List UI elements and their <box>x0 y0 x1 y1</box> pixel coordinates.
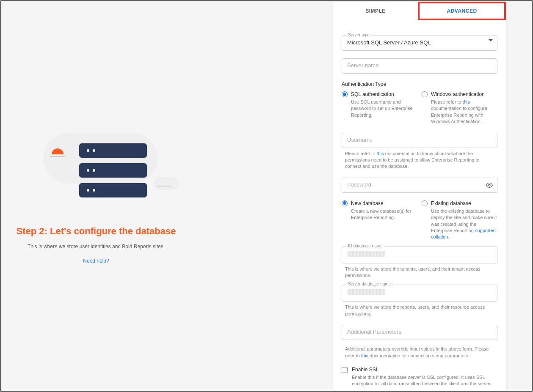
radio-sql-auth[interactable]: SQL authentication <box>342 91 417 97</box>
server-illustration <box>18 129 174 213</box>
form-body: Server type Microsoft SQL Server / Azure… <box>333 20 506 390</box>
server-database-input[interactable]: Server database name <box>342 285 497 302</box>
additional-params-input[interactable] <box>342 325 497 340</box>
radio-windows-auth[interactable]: Windows authentication <box>422 91 497 97</box>
server-name-field[interactable] <box>342 59 497 72</box>
enable-ssl-checkbox[interactable]: Enable SSL Enable this if the database s… <box>342 367 497 387</box>
id-db-label: ID database name <box>346 244 384 248</box>
help-link[interactable]: Need help? <box>83 258 109 264</box>
username-doc-link[interactable]: this <box>377 151 384 156</box>
password-field[interactable] <box>342 178 497 191</box>
server-type-select[interactable]: Server type Microsoft SQL Server / Azure… <box>342 36 497 51</box>
eye-icon[interactable] <box>486 182 493 190</box>
username-field[interactable] <box>342 133 497 146</box>
config-panel: SIMPLE ADVANCED Server type Microsoft SQ… <box>333 2 506 391</box>
sql-auth-title: SQL authentication <box>351 91 394 97</box>
sql-auth-desc: Use SQL username and password to set up … <box>351 99 417 118</box>
server-db-hint: This is where we store the reports, user… <box>342 304 497 317</box>
username-hint: Please refer to this documentation to kn… <box>342 151 497 170</box>
radio-checked-icon <box>342 91 348 97</box>
app-frame: Step 2: Let's configure the database Thi… <box>0 0 533 392</box>
radio-unchecked-icon <box>422 200 428 206</box>
radio-existing-database[interactable]: Existing database <box>422 200 497 206</box>
tab-simple[interactable]: SIMPLE <box>333 2 418 20</box>
ssl-desc: Enable this if the database server is SS… <box>352 374 497 387</box>
new-db-title: New database <box>351 200 384 206</box>
chevron-down-icon <box>489 39 493 41</box>
new-db-desc: Create a new database(s) for Enterprise … <box>351 208 417 221</box>
step-title: Step 2: Let's configure the database <box>17 226 176 237</box>
server-type-value: Microsoft SQL Server / Azure SQL <box>342 36 497 49</box>
tab-advanced[interactable]: ADVANCED <box>420 3 504 19</box>
svg-point-0 <box>489 184 490 186</box>
password-input[interactable] <box>342 178 497 193</box>
radio-unchecked-icon <box>422 91 428 97</box>
additional-doc-link[interactable]: this <box>361 353 368 358</box>
tabs: SIMPLE ADVANCED <box>333 2 506 20</box>
ssl-title: Enable SSL <box>352 367 497 373</box>
existing-db-desc: Use the existing database to deploy the … <box>431 208 497 241</box>
additional-params-field[interactable] <box>342 325 497 338</box>
server-type-label: Server type <box>346 33 371 37</box>
radio-new-database[interactable]: New database <box>342 200 417 206</box>
id-database-input[interactable]: ID database name <box>342 247 497 263</box>
additional-hint: Additional parameters override input val… <box>342 346 497 359</box>
server-db-value-redacted <box>347 289 385 295</box>
left-panel: Step 2: Let's configure the database Thi… <box>1 1 191 391</box>
win-auth-title: Windows authentication <box>431 91 485 97</box>
existing-db-title: Existing database <box>431 200 471 206</box>
server-name-input[interactable] <box>342 58 497 74</box>
win-auth-doc-link[interactable]: this <box>463 99 470 104</box>
radio-checked-icon <box>342 200 348 206</box>
auth-type-label: Authentication Type <box>342 81 497 87</box>
username-input[interactable] <box>342 133 497 148</box>
checkbox-unchecked-icon <box>342 367 348 373</box>
step-subtitle: This is where we store user identities a… <box>28 244 165 249</box>
win-auth-desc: Please refer to this documentation to co… <box>431 99 497 125</box>
server-db-label: Server database name <box>346 282 392 286</box>
id-db-value-redacted <box>347 251 385 257</box>
id-db-hint: This is where we store the tenants, user… <box>342 266 497 279</box>
